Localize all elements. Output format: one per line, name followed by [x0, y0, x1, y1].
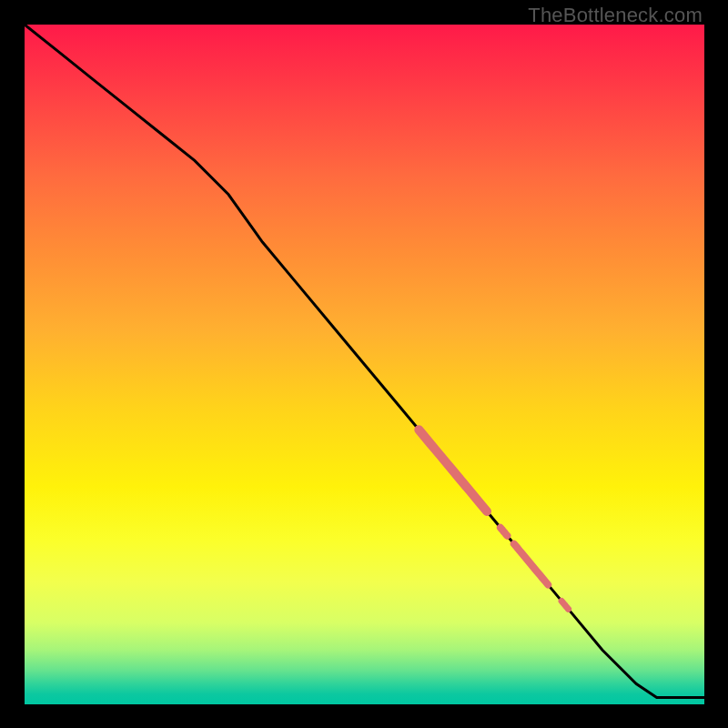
curve-svg — [25, 25, 704, 704]
chart-stage: TheBottleneck.com — [0, 0, 728, 728]
attribution-text: TheBottleneck.com — [528, 4, 703, 27]
highlight-segment — [561, 602, 569, 610]
plot-area — [25, 25, 704, 704]
highlight-segment — [500, 528, 508, 536]
highlight-segment — [514, 544, 548, 585]
curve-line — [25, 25, 704, 698]
highlight-segment — [419, 430, 487, 511]
